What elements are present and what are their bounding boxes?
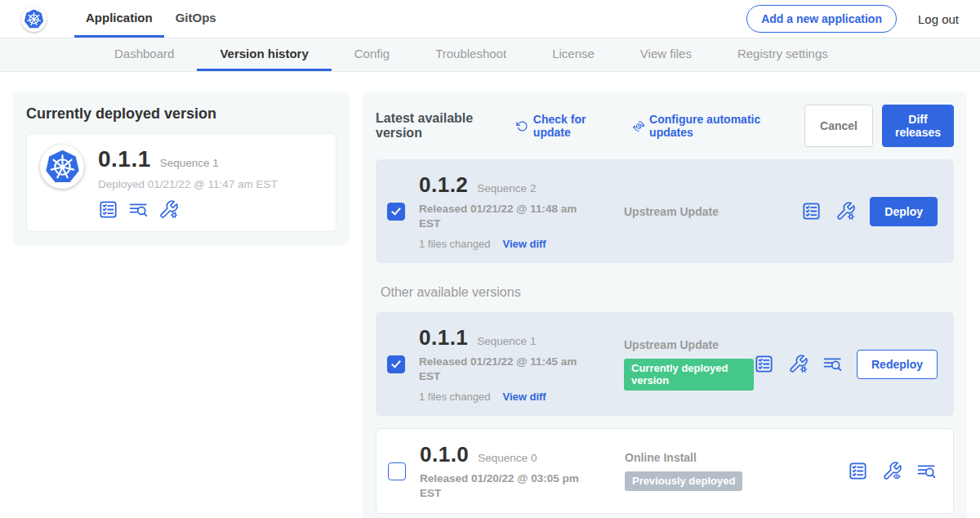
- version-checkbox[interactable]: [387, 355, 405, 373]
- version-card: 0.1.1 Sequence 1 Released 01/21/22 @ 11:…: [376, 312, 954, 416]
- version-source-label: Online Install: [625, 451, 848, 464]
- view-logs-icon[interactable]: [822, 354, 843, 374]
- subtab-license[interactable]: License: [529, 38, 617, 71]
- view-logs-icon[interactable]: [128, 199, 149, 220]
- released-timestamp: Released 01/20/22 @ 03:05 pmEST: [420, 471, 598, 500]
- deployed-timestamp: Deployed 01/21/22 @ 11:47 am EST: [98, 178, 278, 190]
- version-card: 0.1.2 Sequence 2 Released 01/21/22 @ 11:…: [376, 159, 954, 263]
- subtab-registry-settings[interactable]: Registry settings: [715, 38, 851, 71]
- version-action-icons: [801, 201, 856, 221]
- sequence-label: Sequence 2: [477, 182, 536, 194]
- version-card: 0.1.0 Sequence 0 Released 01/20/22 @ 03:…: [376, 428, 954, 514]
- view-diff-link[interactable]: View diff: [502, 238, 546, 250]
- deployed-version-number: 0.1.1: [98, 146, 151, 172]
- version-checkbox[interactable]: [388, 462, 406, 480]
- version-number: 0.1.2: [419, 172, 468, 198]
- main-content: Currently deployed version 0.1.1 Sequenc…: [0, 72, 980, 518]
- preflight-checks-icon[interactable]: [801, 201, 822, 221]
- deployed-sequence-label: Sequence 1: [160, 157, 219, 169]
- latest-available-title: Latest available version: [376, 111, 502, 141]
- view-logs-icon[interactable]: [916, 461, 937, 481]
- deployed-version-card: 0.1.1 Sequence 1 Deployed 01/21/22 @ 11:…: [26, 133, 336, 232]
- version-number: 0.1.1: [419, 325, 468, 351]
- auto-update-clock-icon: [633, 119, 645, 133]
- check-for-update-link[interactable]: Check for update: [516, 113, 612, 139]
- tab-gitops[interactable]: GitOps: [164, 0, 228, 38]
- configure-updates-label: Configure automatic updates: [649, 113, 785, 139]
- other-versions-list: 0.1.1 Sequence 1 Released 01/21/22 @ 11:…: [376, 312, 954, 514]
- cancel-button[interactable]: Cancel: [804, 105, 873, 147]
- diff-releases-button[interactable]: Diff releases: [882, 105, 954, 147]
- deploy-button[interactable]: Deploy: [870, 197, 938, 226]
- released-timestamp: Released 01/21/22 @ 11:48 amEST: [419, 202, 597, 230]
- kubernetes-logo-icon: [21, 7, 47, 32]
- kubernetes-app-icon: [40, 145, 84, 189]
- other-versions-heading: Other available versions: [381, 285, 954, 300]
- latest-version-header: Latest available version Check for updat…: [376, 105, 954, 147]
- sequence-label: Sequence 0: [478, 452, 537, 464]
- version-number: 0.1.0: [420, 442, 469, 467]
- version-history-panel: Latest available version Check for updat…: [363, 92, 967, 518]
- subtab-view-files[interactable]: View files: [617, 38, 715, 71]
- preflight-checks-icon[interactable]: [98, 199, 118, 220]
- latest-version-list: 0.1.2 Sequence 2 Released 01/21/22 @ 11:…: [376, 159, 954, 263]
- refresh-icon: [516, 119, 528, 133]
- subtab-troubleshoot[interactable]: Troubleshoot: [412, 38, 529, 71]
- files-changed-label: 1 files changed: [419, 391, 490, 403]
- status-badge: Currently deployed version: [624, 359, 754, 391]
- currently-deployed-panel: Currently deployed version 0.1.1 Sequenc…: [13, 92, 350, 245]
- tab-application[interactable]: Application: [74, 0, 164, 38]
- version-source-label: Upstream Update: [624, 338, 754, 351]
- view-diff-link[interactable]: View diff: [502, 391, 546, 403]
- view-config-icon[interactable]: [882, 461, 902, 481]
- files-changed-label: 1 files changed: [419, 238, 490, 250]
- version-action-icons: [848, 461, 937, 481]
- subtab-config[interactable]: Config: [332, 38, 412, 71]
- version-source-label: Upstream Update: [624, 205, 801, 218]
- add-new-application-button[interactable]: Add a new application: [746, 5, 897, 33]
- subtab-version-history[interactable]: Version history: [197, 38, 331, 71]
- version-action-icons: [754, 354, 843, 374]
- released-timestamp: Released 01/21/22 @ 11:45 amEST: [419, 355, 597, 383]
- version-checkbox[interactable]: [387, 203, 405, 221]
- edit-config-icon[interactable]: [158, 199, 179, 220]
- app-subnav: Dashboard Version history Config Trouble…: [0, 38, 980, 72]
- preflight-checks-icon[interactable]: [754, 354, 774, 374]
- top-tabs: Application GitOps: [74, 0, 228, 38]
- deployed-version-actions: [98, 199, 278, 220]
- deploy-button[interactable]: Redeploy: [857, 350, 938, 379]
- preflight-checks-icon[interactable]: [848, 461, 868, 481]
- logout-link[interactable]: Log out: [918, 12, 959, 26]
- edit-config-icon[interactable]: [788, 354, 808, 374]
- edit-config-icon[interactable]: [835, 201, 856, 221]
- check-for-update-label: Check for update: [533, 113, 613, 139]
- subtab-dashboard[interactable]: Dashboard: [91, 38, 197, 71]
- sequence-label: Sequence 1: [477, 335, 536, 347]
- currently-deployed-title: Currently deployed version: [26, 105, 336, 123]
- app-logo[interactable]: [21, 0, 47, 38]
- top-navbar: Application GitOps Add a new application…: [0, 0, 980, 38]
- status-badge: Previously deployed: [625, 471, 742, 491]
- configure-automatic-updates-link[interactable]: Configure automatic updates: [633, 113, 785, 139]
